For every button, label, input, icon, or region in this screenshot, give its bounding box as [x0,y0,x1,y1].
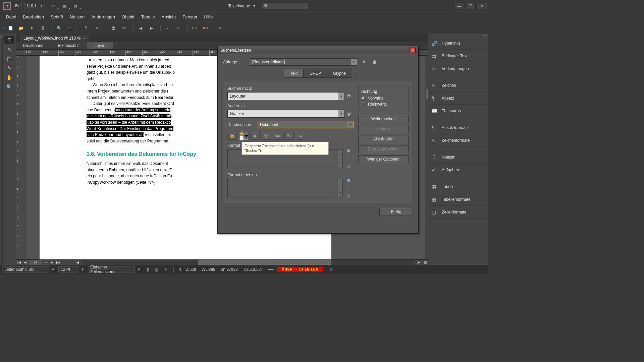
save-query-icon[interactable]: ⬇ [360,59,368,65]
eyedropper-tool-icon[interactable]: ✎ [4,64,14,72]
columns-icon[interactable]: ▯ [147,267,149,272]
panel-zeichenformate[interactable]: A̲Zeichenformate [428,134,488,147]
last-page-icon[interactable]: ▶| [55,260,61,265]
panel-absatzformate[interactable]: ¶̲Absatzformate [428,121,488,134]
menu-objekt[interactable]: Objekt [118,13,138,21]
dropdown-icon[interactable]: ▾ [43,260,49,265]
power-icon[interactable]: ⏻ [109,24,118,32]
first-page-icon[interactable]: |◀ [16,260,22,265]
reject-all-icon[interactable]: ✕✕ [201,24,210,32]
panel-aufgaben[interactable]: ✔Aufgaben [428,164,488,176]
fewer-options-button[interactable]: Weniger Optionen [358,155,409,163]
type-tool-icon[interactable]: T [4,36,14,44]
prev-page-icon[interactable]: ◀ [22,260,28,265]
view-options-icon[interactable]: ▤▾ [71,3,80,9]
clear-format-icon[interactable]: 🗑 [347,164,354,169]
save-icon[interactable]: ⬇ [28,24,36,32]
split-view-icon[interactable]: ▥ [422,260,428,265]
hidden-layers-icon[interactable]: ◈ [250,132,260,140]
document-tab[interactable]: Layout_Workflow.indd @ 118 % × [20,35,89,42]
specify-format-icon[interactable]: 🔍⁺ [347,149,354,159]
maximize-button[interactable]: ❐ [466,3,476,9]
change-input[interactable]: Grafiker ▼ [227,110,345,118]
menu-hilfe[interactable]: Hilfe [201,13,216,21]
radio-forward[interactable]: Vorwärts [361,96,406,101]
menu-notizen[interactable]: Notizen [66,13,88,21]
tab-textabschnitt[interactable]: Textabschnitt [50,42,88,49]
font-family-dropdown[interactable]: Letter Gothic Std [2,266,49,273]
zoom-tool-icon[interactable]: 🔍 [4,82,14,91]
panel-thesaurus[interactable]: 📖Thesaurus [428,105,488,117]
panel-zeichen[interactable]: AZeichen [428,79,488,92]
change-find-button[interactable]: Ersetzen/Suchen [358,145,409,153]
panel-collapse-strip[interactable]: ▸▸ [0,34,3,265]
menu-fenster[interactable]: Fenster [179,13,201,21]
leading-dropdown[interactable]: Einfacher Zeilenabstand [88,266,135,273]
page-number-input[interactable]: 99 [29,260,42,265]
tab-layout[interactable]: Layout [88,42,113,49]
specify-format-icon[interactable]: 🔍⁺ [347,179,354,188]
radio-backward[interactable]: Rückwärts [361,102,406,107]
panel-tabelle[interactable]: ▦Tabelle [428,180,488,193]
hand-tool-icon[interactable]: ✋ [4,73,14,82]
accept-icon[interactable]: ✓ [163,24,172,32]
vertical-scrollbar[interactable] [425,56,428,259]
dialog-titlebar[interactable]: Suchen/Ersetzen ✕ [218,46,418,54]
change-button[interactable]: Ändern [358,125,409,133]
position-tool-icon[interactable]: ⬚ [4,54,14,63]
whole-word-icon[interactable]: ≡ [296,132,305,140]
close-button[interactable]: ✕ [477,3,487,9]
lines-icon[interactable]: ▤ [155,267,158,272]
menu-tabelle[interactable]: Tabelle [138,13,158,21]
find-icon[interactable]: 🔍 [55,24,63,32]
tab-glyphe[interactable]: Glyphe [327,69,352,78]
menu-datei[interactable]: Datei [3,13,19,21]
workspace-dropdown[interactable]: Texteingabe ▼ [226,4,259,8]
collapse-panels-icon[interactable]: ▸▸ [428,34,488,37]
bridge-button[interactable]: Br [13,3,21,9]
tab-grep[interactable]: GREP [303,69,327,78]
dialog-close-button[interactable]: ✕ [410,48,416,53]
screen-mode-icon[interactable]: ▭▾ [49,3,59,9]
delete-query-icon[interactable]: 🗑 [371,59,379,65]
collapse-icon[interactable]: ◂◂ [3,26,6,29]
prev-icon[interactable]: ◀ [136,24,145,32]
new-icon[interactable]: 📄 [6,24,15,32]
next-icon[interactable]: ▶ [147,24,156,32]
done-button[interactable]: Fertig [379,208,413,216]
panel-bedingter-text[interactable]: ▤Bedingter Text [428,50,488,62]
tab-druckfahne[interactable]: Druckfahne [16,42,50,49]
minimize-button[interactable]: — [454,3,464,9]
menu-lines-icon[interactable]: ≡ [216,24,225,32]
case-sensitive-icon[interactable]: Aa [284,132,294,140]
note-tool-icon[interactable]: ✎̲ [4,45,14,54]
menu-bearbeiten[interactable]: Bearbeiten [19,13,47,21]
menu-schrift[interactable]: Schrift [47,13,66,21]
eye-icon[interactable]: 👁 [120,24,128,32]
horizontal-scrollbar[interactable] [82,260,415,265]
open-icon[interactable]: 📂 [17,24,25,32]
special-char-button[interactable]: @. [347,94,354,99]
print-icon[interactable]: 🖶 [38,24,47,32]
scope-dropdown[interactable]: Dokument ▼ [258,121,354,128]
scroll-right-icon[interactable]: ▶ [416,260,422,265]
pilcrow-icon[interactable]: ¶ [82,24,91,32]
panel-absatz[interactable]: ¶Absatz [428,92,488,105]
search-input[interactable]: Layouter ▼ [227,92,345,100]
zoom-level-dropdown[interactable]: 118,1 ▼ [24,3,45,9]
help-search-input[interactable]: 🔍 [262,2,309,10]
arrange-icon[interactable]: ▦▾ [60,3,69,9]
accept-all-icon[interactable]: ✓✓ [191,24,199,32]
master-pages-icon[interactable]: Ⓐ [262,132,271,140]
change-all-button[interactable]: Alle ändern [358,135,409,143]
panel-verknuepfungen[interactable]: ⚯Verknüpfungen [428,62,488,75]
panel-tabellenformate[interactable]: ▦̲Tabellenformate [428,193,488,206]
query-dropdown[interactable]: [Benutzerdefiniert] ▼ [250,58,357,66]
font-size-dropdown[interactable]: 12 Pt [58,266,78,273]
menu-ansicht[interactable]: Ansicht [158,13,179,21]
special-char-button[interactable]: @. [347,111,354,116]
tab-text[interactable]: Text [284,69,304,78]
spellcheck-icon[interactable]: ᵃᵇ [65,24,74,32]
next-page-icon[interactable]: ▶ [49,260,55,265]
reject-icon[interactable]: ✕ [174,24,183,32]
